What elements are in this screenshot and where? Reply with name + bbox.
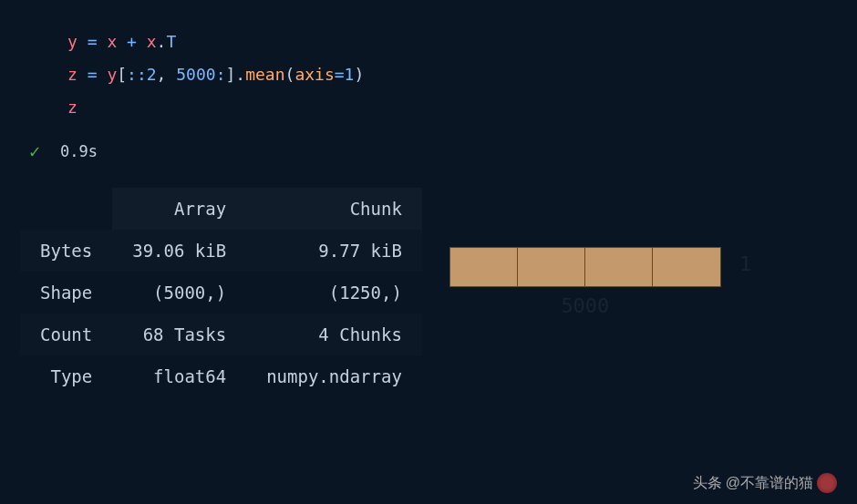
row-chunk-value: numpy.ndarray	[246, 355, 422, 397]
row-array-value: (5000,)	[112, 272, 246, 314]
code-line-1: y = x + x.T	[67, 26, 857, 58]
code-line-2: z = y[::2, 5000:].mean(axis=1)	[67, 58, 857, 91]
table-header-array: Array	[112, 188, 246, 230]
row-label: Type	[20, 355, 112, 397]
table-header-blank	[20, 188, 112, 230]
row-label: Count	[20, 314, 112, 355]
table-row: Shape (5000,) (1250,)	[20, 272, 422, 314]
row-array-value: float64	[112, 355, 246, 397]
table-row: Type float64 numpy.ndarray	[20, 355, 422, 397]
code-cell[interactable]: y = x + x.T z = y[::2, 5000:].mean(axis=…	[0, 0, 857, 124]
code-line-3: z	[67, 91, 857, 124]
chunk-bar	[449, 247, 721, 287]
table-header-chunk: Chunk	[246, 188, 422, 230]
table-row: Count 68 Tasks 4 Chunks	[20, 314, 422, 355]
dim-label-bottom: 5000	[449, 294, 721, 317]
table-row: Bytes 39.06 kiB 9.77 kiB	[20, 230, 422, 272]
watermark-badge-icon	[817, 473, 837, 493]
row-array-value: 39.06 kiB	[112, 230, 246, 272]
watermark-prefix: 头条	[693, 474, 722, 493]
row-label: Shape	[20, 272, 112, 314]
execution-time: 0.9s	[60, 142, 98, 160]
check-icon: ✓	[29, 140, 40, 162]
watermark-handle: @不靠谱的猫	[726, 474, 813, 493]
chunk-cell	[653, 248, 720, 286]
row-chunk-value: (1250,)	[246, 272, 422, 314]
execution-status: ✓ 0.9s	[0, 140, 857, 162]
row-chunk-value: 4 Chunks	[246, 314, 422, 355]
chunk-diagram: 5000 1	[449, 247, 751, 317]
row-array-value: 68 Tasks	[112, 314, 246, 355]
watermark: 头条 @不靠谱的猫	[693, 473, 837, 493]
row-label: Bytes	[20, 230, 112, 272]
output-area: Array Chunk Bytes 39.06 kiB 9.77 kiB Sha…	[0, 188, 857, 397]
chunk-cell	[450, 248, 518, 286]
row-chunk-value: 9.77 kiB	[246, 230, 422, 272]
array-info-table: Array Chunk Bytes 39.06 kiB 9.77 kiB Sha…	[20, 188, 422, 397]
chunk-cell	[518, 248, 585, 286]
dim-label-right: 1	[739, 252, 751, 275]
chunk-cell	[585, 248, 653, 286]
